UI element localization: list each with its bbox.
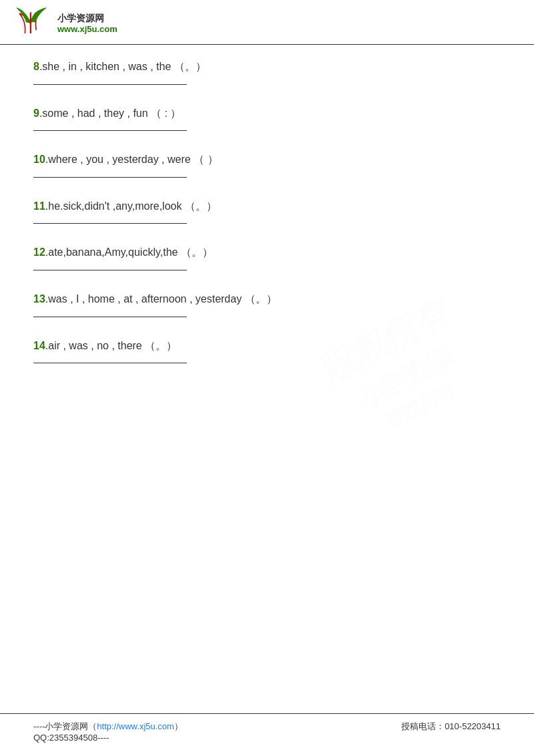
logo-text: 小学资源网 www.xj5u.com [57, 13, 117, 34]
header: 小学资源网 www.xj5u.com [0, 0, 534, 45]
question-number-11: 11 [33, 200, 45, 212]
question-item-11: 11.he.sick,didn't ,any,more,look （。） [33, 198, 501, 224]
answer-line-9 [33, 130, 187, 131]
question-text-10: 10.where , you , yesterday , were （ ） [33, 151, 501, 168]
question-item-14: 14.air , was , no , there （。） [33, 337, 501, 364]
answer-line-10 [33, 176, 187, 178]
question-item-8: 8.she , in , kitchen , was , the （。） [33, 58, 501, 85]
question-text-13: 13.was , I , home , at , afternoon , yes… [33, 291, 501, 308]
page-container: 小学资源网 www.xj5u.com 版权所有 小学资源 授权所有 8.she … [0, 0, 534, 756]
question-number-8: 8 [33, 61, 39, 72]
footer-left: ----小学资源网（http://www.xj5u.com） QQ:235539… [33, 721, 183, 743]
footer: ----小学资源网（http://www.xj5u.com） QQ:235539… [0, 713, 534, 743]
question-number-14: 14 [33, 340, 45, 351]
logo-container: 小学资源网 www.xj5u.com [13, 7, 117, 40]
footer-left-line1: ----小学资源网（http://www.xj5u.com） [33, 721, 183, 733]
question-number-10: 10 [33, 154, 45, 165]
answer-line-8 [33, 83, 187, 85]
answer-line-13 [33, 316, 187, 317]
question-item-9: 9.some , had , they , fun （ : ） [33, 105, 501, 132]
answer-line-12 [33, 269, 187, 270]
logo-url: www.xj5u.com [57, 24, 117, 35]
answer-line-14 [33, 362, 187, 363]
question-item-13: 13.was , I , home , at , afternoon , yes… [33, 291, 501, 317]
question-text-14: 14.air , was , no , there （。） [33, 337, 501, 355]
question-number-12: 12 [33, 246, 45, 258]
question-item-12: 12.ate,banana,Amy,quickly,the （。） [33, 244, 501, 270]
logo-icon [13, 7, 53, 40]
question-number-13: 13 [33, 293, 45, 305]
answer-line-11 [33, 222, 187, 224]
footer-right: 授稿电话：010-52203411 [401, 721, 501, 733]
question-text-8: 8.she , in , kitchen , was , the （。） [33, 58, 501, 75]
question-text-11: 11.he.sick,didn't ,any,more,look （。） [33, 198, 501, 215]
footer-left-line2: QQ:2355394508---- [33, 733, 183, 743]
question-item-10: 10.where , you , yesterday , were （ ） [33, 151, 501, 178]
questions-area: 版权所有 小学资源 授权所有 8.she , in , kitchen , wa… [0, 51, 534, 397]
question-text-12: 12.ate,banana,Amy,quickly,the （。） [33, 244, 501, 261]
question-text-9: 9.some , had , they , fun （ : ） [33, 105, 501, 122]
footer-link[interactable]: http://www.xj5u.com [97, 721, 174, 731]
logo-title: 小学资源网 [57, 13, 117, 24]
question-number-9: 9 [33, 108, 39, 119]
